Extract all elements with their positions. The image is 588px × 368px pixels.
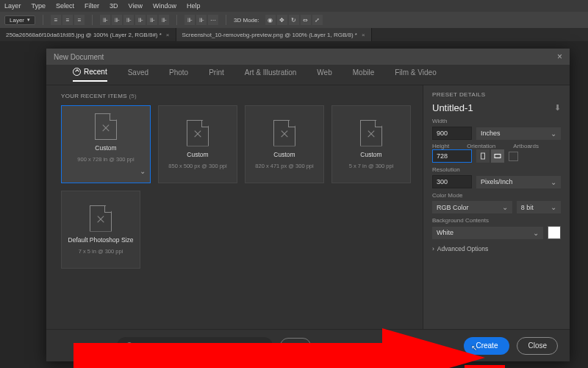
close-button[interactable]: Close xyxy=(517,337,558,355)
space-group: ⊪ ⊪ ⋯ xyxy=(184,15,218,25)
dist-btn[interactable]: ⊪ xyxy=(159,15,169,25)
advanced-options-toggle[interactable]: Advanced Options xyxy=(432,245,561,252)
preset-sub: 820 x 471 px @ 300 ppi xyxy=(255,163,313,169)
document-tab-label: 250a26568a6f10da61fd85.jpg @ 100% (Layer… xyxy=(6,32,162,38)
options-bar: Layer ≡ ≡ ≡ ⊪ ⊪ ⊪ ⊪ ⊪ ⊪ ⊪ ⊪ ⋯ 3D Mode: ◉… xyxy=(0,12,588,28)
document-icon xyxy=(360,120,382,146)
app-menubar: Layer Type Select Filter 3D View Window … xyxy=(0,0,588,12)
preset-sub: 7 x 5 in @ 300 ppi xyxy=(79,248,123,255)
height-input[interactable] xyxy=(432,149,472,163)
align-btn[interactable]: ≡ xyxy=(74,15,85,25)
close-icon[interactable]: × xyxy=(166,32,170,38)
separator xyxy=(176,15,177,25)
orientation-portrait[interactable] xyxy=(476,149,490,163)
svg-rect-0 xyxy=(481,153,485,159)
background-select[interactable]: White xyxy=(432,227,543,239)
separator xyxy=(43,15,43,25)
zoom-btn[interactable]: ⤢ xyxy=(312,15,323,25)
width-unit-select[interactable]: Inches xyxy=(476,127,561,140)
preset-sub: 5 x 7 in @ 300 ppi xyxy=(349,163,394,169)
menu-window[interactable]: Window xyxy=(153,2,176,10)
background-label: Background Contents xyxy=(432,217,561,224)
menu-layer[interactable]: Layer xyxy=(4,2,21,10)
orbit-btn[interactable]: ◉ xyxy=(265,15,276,25)
tab-art[interactable]: Art & Illustration xyxy=(245,68,297,81)
document-tab[interactable]: Screenshot_10-removebg-preview.png @ 100… xyxy=(176,28,372,41)
artboards-checkbox[interactable] xyxy=(509,152,518,161)
document-tab[interactable]: 250a26568a6f10da61fd85.jpg @ 100% (Layer… xyxy=(0,28,176,41)
slide-btn[interactable]: ⇔ xyxy=(301,15,311,25)
tab-film[interactable]: Film & Video xyxy=(395,68,437,81)
width-label: Width xyxy=(432,118,561,124)
close-icon[interactable]: × xyxy=(557,52,562,62)
dialog-footer: Find templates on Adobe Stock Go Create … xyxy=(46,329,570,361)
tab-recent[interactable]: Recent xyxy=(73,68,107,82)
pan-btn[interactable]: ✥ xyxy=(277,15,287,25)
space-btn[interactable]: ⊪ xyxy=(184,15,195,25)
document-icon xyxy=(90,205,112,232)
width-input[interactable] xyxy=(432,127,472,140)
tab-mobile[interactable]: Mobile xyxy=(353,68,374,81)
space-btn[interactable]: ⊪ xyxy=(196,15,207,25)
search-icon xyxy=(126,342,133,350)
menu-view[interactable]: View xyxy=(129,2,143,10)
align-btn[interactable]: ≡ xyxy=(62,15,73,25)
dialog-titlebar[interactable]: New Document × xyxy=(46,49,570,65)
create-button[interactable]: Create ↖ xyxy=(464,337,509,355)
menu-3d[interactable]: 3D xyxy=(110,2,118,10)
orientation-label: Orientation xyxy=(467,143,495,149)
dist-btn[interactable]: ⊪ xyxy=(147,15,157,25)
document-tab-label: Screenshot_10-removebg-preview.png @ 100… xyxy=(182,32,357,38)
annotation-highlight-box xyxy=(465,365,505,368)
document-icon xyxy=(187,120,209,146)
presets-panel: YOUR RECENT ITEMS (5) Custom 900 x 728 i… xyxy=(46,85,423,329)
orientation-landscape[interactable] xyxy=(491,149,504,163)
document-name[interactable]: Untitled-1 xyxy=(432,102,473,113)
tab-web[interactable]: Web xyxy=(317,68,331,81)
document-icon xyxy=(95,113,117,140)
tab-saved[interactable]: Saved xyxy=(128,68,148,81)
preset-item[interactable]: Custom 900 x 728 in @ 300 ppi xyxy=(61,105,151,183)
preset-details-panel: PRESET DETAILS Untitled-1 ⬇ Width Inches… xyxy=(423,85,570,329)
tab-photo[interactable]: Photo xyxy=(169,68,188,81)
menu-type[interactable]: Type xyxy=(32,2,46,10)
bit-depth-select[interactable]: 8 bit xyxy=(517,201,561,213)
preset-item[interactable]: Custom 850 x 500 px @ 300 ppi xyxy=(158,105,237,183)
preset-sub: 900 x 728 in @ 300 ppi xyxy=(77,156,134,163)
preset-item[interactable]: Custom 820 x 471 px @ 300 ppi xyxy=(245,105,324,183)
height-label: Height xyxy=(432,143,449,149)
svg-rect-1 xyxy=(495,155,501,158)
mode3d-group: ◉ ✥ ↻ ⇔ ⤢ xyxy=(265,15,323,25)
background-swatch[interactable] xyxy=(548,226,561,239)
mode-label: 3D Mode: xyxy=(234,17,259,24)
roll-btn[interactable]: ↻ xyxy=(289,15,299,25)
preset-item[interactable]: Default Photoshop Size 7 x 5 in @ 300 pp… xyxy=(61,191,140,269)
save-preset-icon[interactable]: ⬇ xyxy=(554,103,561,113)
stock-search[interactable]: Find templates on Adobe Stock xyxy=(117,337,273,355)
menu-filter[interactable]: Filter xyxy=(85,2,99,10)
preset-name: Custom xyxy=(95,144,116,152)
preset-name: Default Photoshop Size xyxy=(68,236,134,244)
separator xyxy=(92,15,93,25)
details-header: PRESET DETAILS xyxy=(432,91,561,98)
menu-select[interactable]: Select xyxy=(56,2,74,10)
dist-btn[interactable]: ⊪ xyxy=(135,15,146,25)
dist-btn[interactable]: ⊪ xyxy=(112,15,122,25)
resolution-unit-select[interactable]: Pixels/Inch xyxy=(476,176,561,188)
align-btn[interactable]: ≡ xyxy=(51,15,61,25)
preset-name: Custom xyxy=(360,151,381,158)
go-button[interactable]: Go xyxy=(280,338,311,354)
resolution-label: Resolution xyxy=(432,166,561,173)
dist-btn[interactable]: ⊪ xyxy=(100,15,110,25)
tab-print[interactable]: Print xyxy=(209,68,224,81)
preset-grid: Custom 900 x 728 in @ 300 ppi Custom 850… xyxy=(61,105,411,269)
menu-help[interactable]: Help xyxy=(187,2,201,10)
align-group: ≡ ≡ ≡ xyxy=(51,15,85,25)
target-dropdown[interactable]: Layer xyxy=(4,15,35,25)
close-icon[interactable]: × xyxy=(362,32,365,38)
preset-item[interactable]: Custom 5 x 7 in @ 300 ppi xyxy=(331,105,411,183)
resolution-input[interactable] xyxy=(432,175,472,188)
dist-btn[interactable]: ⊪ xyxy=(123,15,134,25)
more-btn[interactable]: ⋯ xyxy=(208,15,218,25)
color-mode-select[interactable]: RGB Color xyxy=(432,201,512,213)
